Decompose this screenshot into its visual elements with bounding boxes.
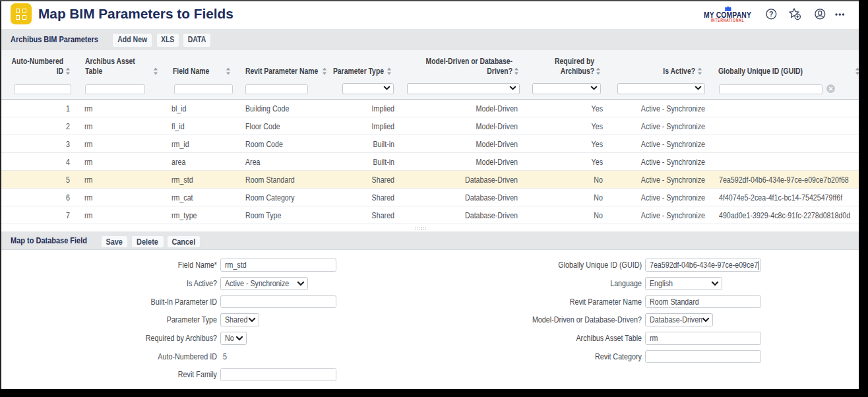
svg-text:?: ? — [769, 10, 773, 18]
